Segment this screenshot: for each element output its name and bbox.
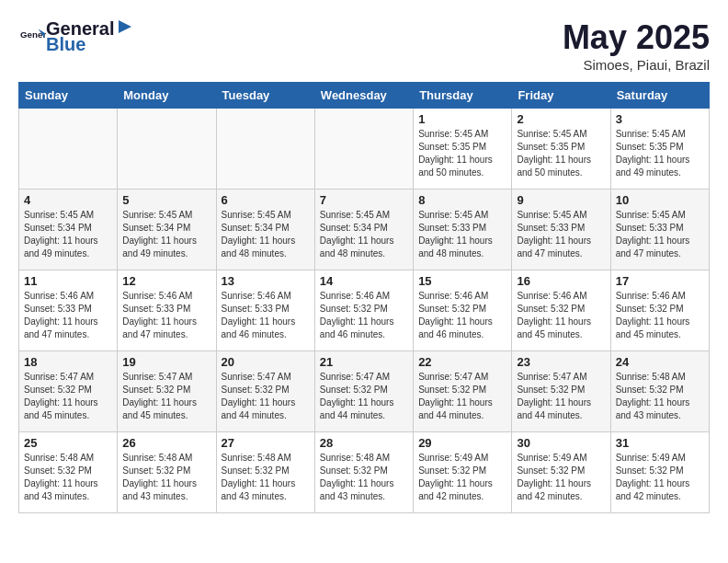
calendar-cell: 1Sunrise: 5:45 AM Sunset: 5:35 PM Daylig… (414, 109, 512, 190)
calendar-week-row: 11Sunrise: 5:46 AM Sunset: 5:33 PM Dayli… (19, 270, 710, 351)
day-info: Sunrise: 5:45 AM Sunset: 5:35 PM Dayligh… (517, 128, 605, 179)
day-number: 26 (122, 436, 210, 450)
logo: General General Blue (18, 18, 136, 55)
header-saturday: Saturday (610, 83, 709, 109)
day-number: 27 (222, 436, 310, 450)
day-number: 1 (418, 112, 506, 126)
calendar-cell: 31Sunrise: 5:49 AM Sunset: 5:32 PM Dayli… (610, 432, 709, 513)
day-number: 28 (320, 436, 408, 450)
calendar-cell: 9Sunrise: 5:45 AM Sunset: 5:33 PM Daylig… (512, 190, 610, 270)
day-info: Sunrise: 5:48 AM Sunset: 5:32 PM Dayligh… (320, 452, 408, 503)
calendar-cell: 6Sunrise: 5:45 AM Sunset: 5:34 PM Daylig… (216, 190, 314, 270)
location-subtitle: Simoes, Piaui, Brazil (563, 57, 710, 73)
calendar-cell: 29Sunrise: 5:49 AM Sunset: 5:32 PM Dayli… (414, 432, 512, 513)
day-number: 2 (517, 112, 605, 126)
day-number: 16 (517, 274, 605, 288)
day-info: Sunrise: 5:47 AM Sunset: 5:32 PM Dayligh… (418, 371, 506, 422)
day-number: 13 (222, 274, 310, 288)
calendar-cell: 7Sunrise: 5:45 AM Sunset: 5:34 PM Daylig… (314, 190, 413, 270)
calendar-cell: 2Sunrise: 5:45 AM Sunset: 5:35 PM Daylig… (512, 109, 610, 190)
day-info: Sunrise: 5:45 AM Sunset: 5:33 PM Dayligh… (517, 209, 605, 260)
header-thursday: Thursday (414, 83, 512, 109)
day-info: Sunrise: 5:45 AM Sunset: 5:33 PM Dayligh… (418, 209, 506, 260)
logo-icon: General (20, 24, 46, 50)
day-number: 24 (616, 355, 704, 369)
day-number: 19 (122, 355, 210, 369)
day-number: 18 (24, 355, 112, 369)
day-info: Sunrise: 5:47 AM Sunset: 5:32 PM Dayligh… (320, 371, 408, 422)
day-info: Sunrise: 5:46 AM Sunset: 5:33 PM Dayligh… (222, 290, 310, 341)
day-info: Sunrise: 5:47 AM Sunset: 5:32 PM Dayligh… (517, 371, 605, 422)
header-sunday: Sunday (19, 83, 118, 109)
day-info: Sunrise: 5:47 AM Sunset: 5:32 PM Dayligh… (122, 371, 210, 422)
day-info: Sunrise: 5:45 AM Sunset: 5:34 PM Dayligh… (24, 209, 112, 260)
calendar-cell: 12Sunrise: 5:46 AM Sunset: 5:33 PM Dayli… (118, 270, 216, 351)
calendar-cell: 17Sunrise: 5:46 AM Sunset: 5:32 PM Dayli… (610, 270, 709, 351)
day-info: Sunrise: 5:48 AM Sunset: 5:32 PM Dayligh… (122, 452, 210, 503)
day-number: 31 (616, 436, 704, 450)
logo-arrow-icon (115, 18, 135, 35)
day-number: 22 (418, 355, 506, 369)
calendar-week-row: 1Sunrise: 5:45 AM Sunset: 5:35 PM Daylig… (19, 109, 710, 190)
calendar-cell: 18Sunrise: 5:47 AM Sunset: 5:32 PM Dayli… (19, 351, 118, 432)
calendar-cell: 20Sunrise: 5:47 AM Sunset: 5:32 PM Dayli… (216, 351, 314, 432)
day-info: Sunrise: 5:46 AM Sunset: 5:32 PM Dayligh… (616, 290, 704, 341)
day-info: Sunrise: 5:45 AM Sunset: 5:35 PM Dayligh… (616, 128, 704, 179)
day-number: 14 (320, 274, 408, 288)
day-info: Sunrise: 5:47 AM Sunset: 5:32 PM Dayligh… (24, 371, 112, 422)
calendar-week-row: 18Sunrise: 5:47 AM Sunset: 5:32 PM Dayli… (19, 351, 710, 432)
day-number: 20 (222, 355, 310, 369)
day-number: 12 (122, 274, 210, 288)
calendar-cell: 14Sunrise: 5:46 AM Sunset: 5:32 PM Dayli… (314, 270, 413, 351)
calendar-header-row: SundayMondayTuesdayWednesdayThursdayFrid… (19, 83, 710, 109)
calendar-week-row: 25Sunrise: 5:48 AM Sunset: 5:32 PM Dayli… (19, 432, 710, 513)
calendar-cell: 24Sunrise: 5:48 AM Sunset: 5:32 PM Dayli… (610, 351, 709, 432)
day-number: 6 (222, 193, 310, 207)
day-info: Sunrise: 5:46 AM Sunset: 5:32 PM Dayligh… (517, 290, 605, 341)
calendar-cell (19, 109, 118, 190)
calendar-cell: 27Sunrise: 5:48 AM Sunset: 5:32 PM Dayli… (216, 432, 314, 513)
day-info: Sunrise: 5:46 AM Sunset: 5:33 PM Dayligh… (122, 290, 210, 341)
svg-marker-2 (119, 20, 131, 33)
calendar-cell: 30Sunrise: 5:49 AM Sunset: 5:32 PM Dayli… (512, 432, 610, 513)
day-info: Sunrise: 5:49 AM Sunset: 5:32 PM Dayligh… (418, 452, 506, 503)
calendar-cell: 21Sunrise: 5:47 AM Sunset: 5:32 PM Dayli… (314, 351, 413, 432)
day-number: 21 (320, 355, 408, 369)
day-number: 8 (418, 193, 506, 207)
day-number: 7 (320, 193, 408, 207)
day-info: Sunrise: 5:45 AM Sunset: 5:33 PM Dayligh… (616, 209, 704, 260)
day-info: Sunrise: 5:45 AM Sunset: 5:34 PM Dayligh… (320, 209, 408, 260)
day-info: Sunrise: 5:48 AM Sunset: 5:32 PM Dayligh… (616, 371, 704, 422)
calendar-table: SundayMondayTuesdayWednesdayThursdayFrid… (18, 82, 710, 513)
calendar-cell: 16Sunrise: 5:46 AM Sunset: 5:32 PM Dayli… (512, 270, 610, 351)
day-number: 25 (24, 436, 112, 450)
header-monday: Monday (118, 83, 216, 109)
svg-text:General: General (20, 29, 46, 40)
calendar-cell: 8Sunrise: 5:45 AM Sunset: 5:33 PM Daylig… (414, 190, 512, 270)
day-info: Sunrise: 5:46 AM Sunset: 5:33 PM Dayligh… (24, 290, 112, 341)
calendar-cell: 3Sunrise: 5:45 AM Sunset: 5:35 PM Daylig… (610, 109, 709, 190)
day-info: Sunrise: 5:48 AM Sunset: 5:32 PM Dayligh… (222, 452, 310, 503)
month-title: May 2025 (563, 18, 710, 57)
calendar-cell: 4Sunrise: 5:45 AM Sunset: 5:34 PM Daylig… (19, 190, 118, 270)
day-number: 11 (24, 274, 112, 288)
calendar-cell (216, 109, 314, 190)
calendar-cell: 13Sunrise: 5:46 AM Sunset: 5:33 PM Dayli… (216, 270, 314, 351)
calendar-cell: 10Sunrise: 5:45 AM Sunset: 5:33 PM Dayli… (610, 190, 709, 270)
header-tuesday: Tuesday (216, 83, 314, 109)
calendar-cell: 22Sunrise: 5:47 AM Sunset: 5:32 PM Dayli… (414, 351, 512, 432)
day-info: Sunrise: 5:48 AM Sunset: 5:32 PM Dayligh… (24, 452, 112, 503)
day-number: 23 (517, 355, 605, 369)
day-number: 9 (517, 193, 605, 207)
calendar-cell: 28Sunrise: 5:48 AM Sunset: 5:32 PM Dayli… (314, 432, 413, 513)
day-number: 29 (418, 436, 506, 450)
header-friday: Friday (512, 83, 610, 109)
title-area: May 2025 Simoes, Piaui, Brazil (563, 18, 710, 73)
day-number: 10 (616, 193, 704, 207)
header-wednesday: Wednesday (314, 83, 413, 109)
day-info: Sunrise: 5:49 AM Sunset: 5:32 PM Dayligh… (616, 452, 704, 503)
calendar-cell: 26Sunrise: 5:48 AM Sunset: 5:32 PM Dayli… (118, 432, 216, 513)
day-number: 15 (418, 274, 506, 288)
calendar-week-row: 4Sunrise: 5:45 AM Sunset: 5:34 PM Daylig… (19, 190, 710, 270)
calendar-cell: 5Sunrise: 5:45 AM Sunset: 5:34 PM Daylig… (118, 190, 216, 270)
